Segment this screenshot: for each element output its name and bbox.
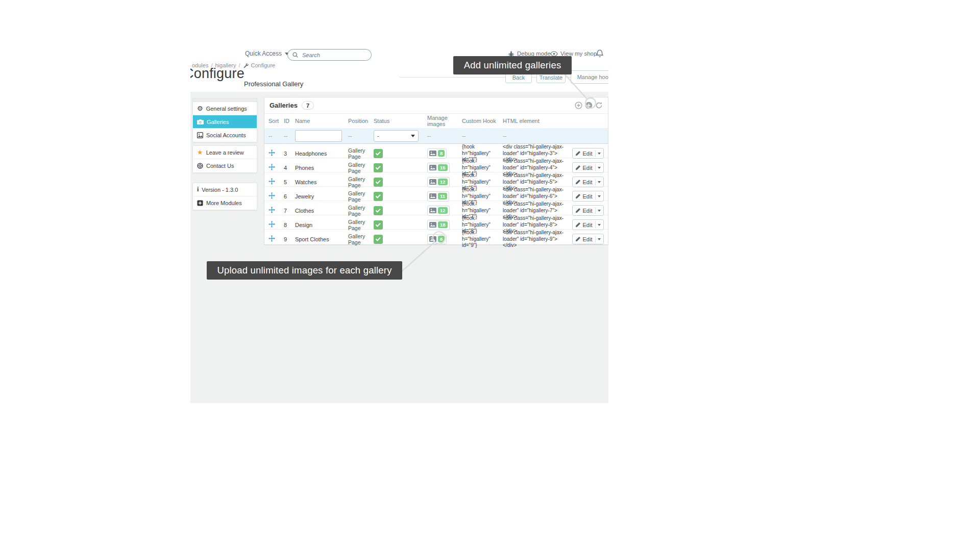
sidebar-item-more-modules[interactable]: More Modules [193,196,257,210]
drag-move-icon[interactable] [268,149,275,156]
image-count-badge: 12 [438,179,448,185]
panel-top-strip [193,98,257,102]
manage-images-button[interactable]: 12 [427,206,450,216]
edit-button[interactable]: Edit [572,162,604,173]
gallery-position: Gallery Page [348,205,374,217]
check-icon [375,179,380,184]
gallery-id: 6 [284,193,295,199]
status-enabled-button[interactable] [374,206,383,215]
status-enabled-button[interactable] [374,220,383,230]
manage-images-button[interactable]: 15 [427,163,450,173]
quick-access-menu[interactable]: Quick Access [245,48,289,59]
edit-button[interactable]: Edit [572,177,604,187]
edit-button[interactable]: Edit [572,234,604,244]
table-row: 4 Phones Gallery Page 15 {hook h="higall… [264,158,608,172]
name-filter-input[interactable] [295,130,342,142]
edit-button[interactable]: Edit [572,205,604,216]
notifications-button[interactable] [596,48,603,59]
drag-move-icon[interactable] [268,178,275,185]
edit-button[interactable]: Edit [572,148,604,159]
gear-icon [197,105,203,112]
sidebar-item-galleries[interactable]: Galleries [193,115,257,129]
gallery-id: 5 [284,179,295,185]
col-id: ID [284,118,295,124]
gallery-position: Gallery Page [348,219,374,231]
custom-hook-code: {hook h="higallery" id="9"} [462,230,503,249]
callout-add-galleries: Add unlimited galleries [453,56,572,74]
galleries-panel: Galleries 7 Sort ID Name Position Status [264,97,608,245]
gallery-position: Gallery Page [348,176,374,188]
gallery-position: Gallery Page [348,147,374,160]
gallery-name: Clothes [295,208,348,214]
drag-move-icon[interactable] [268,192,275,199]
image-count-badge: 12 [438,207,448,214]
status-enabled-button[interactable] [374,192,383,201]
gallery-id: 8 [284,222,295,228]
add-circle-icon[interactable] [584,102,593,110]
image-count-badge: 18 [438,221,448,228]
drag-move-icon[interactable] [268,221,275,228]
module-info-panel: Version - 1.3.0 More Modules [192,183,257,210]
chevron-down-icon [598,195,601,197]
edit-button[interactable]: Edit [572,191,604,202]
search-input[interactable] [302,52,363,58]
table-filter-row: -- -- -- - -- -- -- [264,128,608,144]
search-bar[interactable] [287,49,372,61]
manage-images-button[interactable]: 6 [427,234,447,244]
sidebar-item-leave-review[interactable]: Leave a review [193,146,257,159]
manage-images-button[interactable]: 8 [427,148,447,159]
edit-button[interactable]: Edit [572,219,604,230]
table-row: 9 Sport Clothes Gallery Page 6 {hook h="… [264,230,608,244]
manage-images-button[interactable]: 11 [427,191,449,202]
chevron-down-icon [598,238,601,240]
col-html-element: HTML element [503,118,572,124]
status-enabled-button[interactable] [374,149,383,158]
status-enabled-button[interactable] [374,235,383,244]
sidebar-item-contact-us[interactable]: Contact Us [193,159,257,172]
eye-icon [550,51,558,57]
status-enabled-button[interactable] [374,163,383,172]
table-header-row: Sort ID Name Position Status Manage imag… [264,114,608,128]
image-icon [429,236,436,242]
sidebar-item-social-accounts[interactable]: Social Accounts [193,129,257,142]
page-title: Configure [190,66,244,82]
star-icon [197,149,203,156]
table-row: 3 Headphones Gallery Page 8 {hook h="hig… [264,144,608,158]
bell-icon [596,49,603,58]
add-gallery-icon[interactable] [574,102,582,110]
gallery-position: Gallery Page [348,162,374,174]
col-custom-hook: Custom Hook [462,118,503,124]
drag-move-icon[interactable] [268,207,275,213]
table-row: 7 Clothes Gallery Page 12 {hook h="higal… [264,201,608,215]
table-row: 5 Watches Gallery Page 12 {hook h="higal… [264,172,608,187]
status-enabled-button[interactable] [374,178,383,187]
status-filter-select[interactable]: - [374,130,419,142]
callout-upload-images: Upload unlimited images for each gallery [207,261,402,280]
check-icon [375,193,380,198]
image-frame-icon [197,132,203,138]
gallery-name: Design [295,222,348,228]
panel-header: Galleries 7 [264,97,608,114]
manage-images-button[interactable]: 18 [427,220,450,230]
drag-move-icon[interactable] [268,235,275,242]
admin-viewport: Quick Access Debug mode View my shop odu… [190,43,608,403]
pencil-icon [575,179,581,185]
manage-images-button[interactable]: 12 [427,177,450,187]
support-panel: Leave a review Contact Us [192,145,257,173]
pencil-icon [575,222,581,228]
chevron-down-icon [411,135,415,137]
table-row: 8 Design Gallery Page 18 {hook h="higall… [264,215,608,230]
chevron-down-icon [598,181,601,183]
panel-title: Galleries [270,102,298,109]
refresh-icon[interactable] [595,102,603,110]
manage-hook-button[interactable]: Manage hook [571,70,608,84]
gallery-name: Watches [295,179,348,185]
col-manage-images: Manage images [427,115,462,127]
gallery-id: 7 [284,208,295,214]
chevron-down-icon [598,167,601,169]
gallery-id: 3 [284,151,295,157]
drag-move-icon[interactable] [268,164,275,170]
sidebar-item-general-settings[interactable]: General settings [193,102,257,115]
gallery-id: 4 [284,165,295,171]
check-icon [375,165,380,170]
